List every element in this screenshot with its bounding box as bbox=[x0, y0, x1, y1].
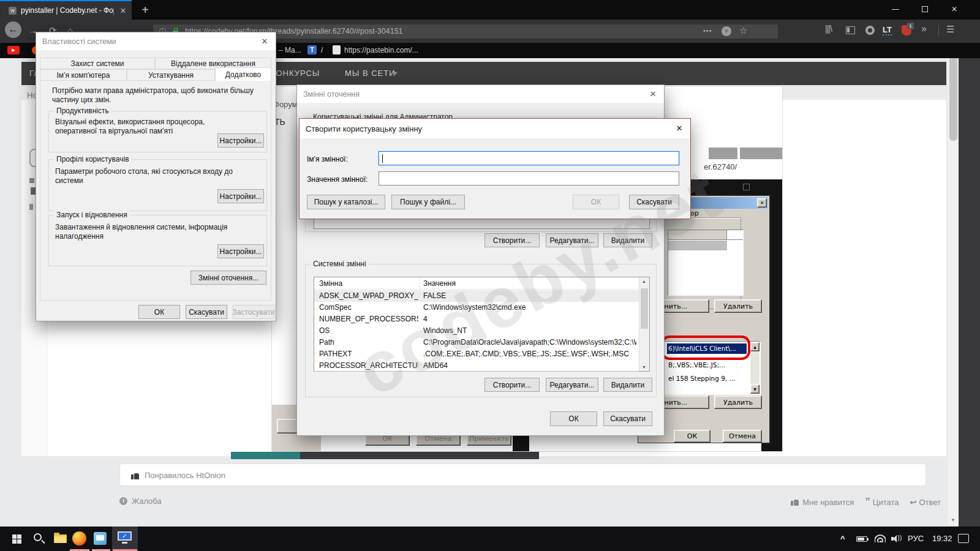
reply-label[interactable]: Ответ bbox=[919, 498, 941, 507]
table-row[interactable]: PROCESSOR_ARCHITECTURE AMD64 bbox=[314, 360, 639, 372]
adblock-shield-icon[interactable]: 1 bbox=[902, 25, 911, 36]
browse-directory-button[interactable]: Пошук у каталозі... bbox=[307, 195, 385, 209]
extension-circle-icon[interactable] bbox=[865, 26, 875, 35]
new-tab-button[interactable]: + bbox=[137, 1, 153, 18]
like-link[interactable]: Мне нравится bbox=[791, 498, 854, 507]
classic-delete-button2[interactable]: Удалить bbox=[714, 395, 762, 409]
search-icon[interactable] bbox=[34, 533, 42, 541]
scrollbar-down-icon[interactable]: ▼ bbox=[951, 517, 956, 523]
youtube-icon[interactable]: ▶ bbox=[7, 46, 20, 54]
quote-link[interactable]: ”Цитата bbox=[865, 498, 899, 507]
sidebar-icon[interactable] bbox=[846, 26, 855, 34]
bookmark-t-icon[interactable]: T bbox=[307, 45, 317, 54]
classic-selected-row[interactable] bbox=[668, 241, 727, 250]
sysprops-ok-button[interactable]: ОК bbox=[138, 305, 180, 319]
sysprops-close-icon[interactable]: ✕ bbox=[254, 32, 276, 50]
page-scrollbar[interactable]: ▲ ▼ bbox=[948, 38, 959, 525]
classic-ok-button[interactable]: ОК bbox=[674, 430, 710, 443]
scrollbar-thumb[interactable] bbox=[949, 49, 957, 141]
reply-link[interactable]: ↩Ответ bbox=[910, 498, 941, 507]
sys-edit-button[interactable]: Редагувати... bbox=[546, 378, 598, 392]
languagetool-icon[interactable]: LT bbox=[883, 25, 892, 36]
classic-scroll-track[interactable] bbox=[750, 352, 760, 384]
performance-settings-button[interactable]: Настройки... bbox=[217, 133, 264, 148]
tray-chevron-icon[interactable]: ^ bbox=[840, 534, 845, 543]
classic-listview[interactable] bbox=[668, 230, 744, 296]
speaker-icon[interactable]: )) bbox=[891, 535, 902, 542]
back-button[interactable]: ← bbox=[5, 21, 21, 38]
classic-close-icon[interactable]: ✕ bbox=[757, 198, 767, 208]
system-variables-table[interactable]: Змінна Значення ADSK_CLM_WPAD_PROXY_... … bbox=[314, 277, 650, 372]
report-label[interactable]: Жалоба bbox=[132, 497, 162, 506]
system-app-tile[interactable]: ✓ bbox=[112, 527, 138, 551]
overflow-chevron-icon[interactable]: » bbox=[921, 23, 927, 34]
battery-icon[interactable] bbox=[856, 536, 867, 542]
value-input[interactable] bbox=[379, 171, 679, 186]
window-close-button[interactable]: ✕ bbox=[941, 1, 968, 17]
bookmark-item-ma[interactable]: – Ma... bbox=[279, 46, 301, 54]
newvar-close-icon[interactable]: ✕ bbox=[668, 119, 690, 138]
tab-system-protection[interactable]: Захист системи bbox=[40, 58, 155, 69]
table-row[interactable]: PATHEXT .COM;.EXE;.BAT;.CMD;.VBS;.VBE;.J… bbox=[314, 348, 639, 360]
page-actions-icon[interactable]: ••• bbox=[703, 27, 712, 34]
envvars-cancel-button[interactable]: Скасувати bbox=[603, 411, 652, 426]
quote-label[interactable]: Цитата bbox=[873, 498, 899, 507]
action-center-icon[interactable] bbox=[958, 534, 969, 543]
library-icon[interactable]: |||\ bbox=[825, 24, 832, 34]
table-row[interactable]: ComSpec C:\Windows\system32\cmd.exe bbox=[314, 302, 639, 313]
browser-tab[interactable]: w pyinstaller | Codeby.net - Фору ✕ bbox=[0, 1, 132, 20]
window-minimize-button[interactable]: — bbox=[882, 1, 909, 17]
firefox-icon[interactable] bbox=[72, 531, 86, 545]
classic-delete-button[interactable]: Удалить bbox=[714, 299, 762, 313]
window-maximize-button[interactable] bbox=[911, 1, 938, 17]
envvars-close-icon[interactable]: ✕ bbox=[642, 85, 664, 103]
table-row[interactable]: ADSK_CLM_WPAD_PROXY_... FALSE bbox=[314, 290, 639, 302]
tab-computer-name[interactable]: Ім'я комп'ютера bbox=[40, 69, 127, 81]
like-label[interactable]: Мне нравится bbox=[802, 498, 854, 507]
table-row[interactable]: Path C:\ProgramData\Oracle\Java\javapath… bbox=[314, 337, 639, 348]
col-divider[interactable] bbox=[420, 277, 420, 290]
wifi-icon[interactable] bbox=[875, 534, 886, 542]
newvar-cancel-button[interactable]: Скасувати bbox=[629, 195, 679, 209]
table-scroll-up-icon[interactable]: ▲ bbox=[642, 279, 646, 283]
table-scroll-thumb[interactable] bbox=[641, 288, 648, 329]
classic-cancel-button[interactable]: Отмена bbox=[723, 430, 762, 443]
table-row[interactable]: OS Windows_NT bbox=[314, 325, 639, 337]
sysprops-cancel-button[interactable]: Скасувати bbox=[186, 305, 227, 319]
hamburger-menu-icon[interactable]: ☰ bbox=[946, 24, 954, 35]
table-scrollbar[interactable]: ▲ ▼ bbox=[639, 277, 649, 371]
pastebin-icon[interactable] bbox=[333, 45, 341, 54]
user-new-button[interactable]: Створити... bbox=[484, 233, 540, 247]
environment-variables-button[interactable]: Змінні оточення... bbox=[190, 271, 266, 285]
sys-delete-button[interactable]: Видалити bbox=[603, 378, 652, 392]
clock[interactable]: 19:32 bbox=[932, 534, 952, 543]
classic-scroll-down-icon[interactable]: ▼ bbox=[750, 384, 760, 394]
browse-file-button[interactable]: Пошук у файлі... bbox=[391, 195, 465, 209]
classic-scroll-up-icon[interactable]: ▲ bbox=[750, 342, 760, 351]
tab-close-icon[interactable]: ✕ bbox=[118, 6, 129, 17]
col-header-name[interactable]: Змінна bbox=[319, 279, 418, 288]
nav-item-online[interactable]: МЫ В СЕТИ bbox=[345, 69, 396, 78]
tab-hardware[interactable]: Устаткування bbox=[127, 69, 215, 81]
table-row[interactable]: NUMBER_OF_PROCESSORS 4 bbox=[314, 313, 639, 325]
start-button[interactable] bbox=[12, 534, 21, 544]
col-header-value[interactable]: Значення bbox=[423, 279, 636, 288]
bookmark-star-icon[interactable]: ☆ bbox=[739, 25, 747, 36]
language-indicator[interactable]: РУС bbox=[908, 534, 924, 543]
bookmark-item-pastebin[interactable]: https://pastebin.com/... bbox=[344, 46, 418, 54]
name-input[interactable] bbox=[379, 151, 679, 165]
pocket-icon[interactable]: ∨ bbox=[722, 26, 731, 36]
profiles-settings-button[interactable]: Настройки... bbox=[217, 189, 264, 203]
table-scroll-down-icon[interactable]: ▼ bbox=[642, 365, 646, 369]
user-edit-button[interactable]: Редагувати... bbox=[546, 233, 598, 247]
startup-settings-button[interactable]: Настройки... bbox=[217, 244, 264, 258]
sys-new-button[interactable]: Створити... bbox=[484, 378, 540, 392]
envvars-ok-button[interactable]: ОК bbox=[550, 411, 597, 426]
app-icon-blue[interactable] bbox=[94, 532, 107, 545]
file-explorer-icon[interactable] bbox=[54, 534, 67, 543]
nav-item-contests[interactable]: КОНКУРСЫ bbox=[271, 69, 320, 78]
bookmark-item-slash[interactable]: / bbox=[321, 46, 323, 54]
report-link[interactable]: ! Жалоба bbox=[119, 496, 242, 508]
tab-advanced[interactable]: Додатково bbox=[215, 67, 271, 81]
user-delete-button[interactable]: Видалити bbox=[603, 233, 652, 247]
